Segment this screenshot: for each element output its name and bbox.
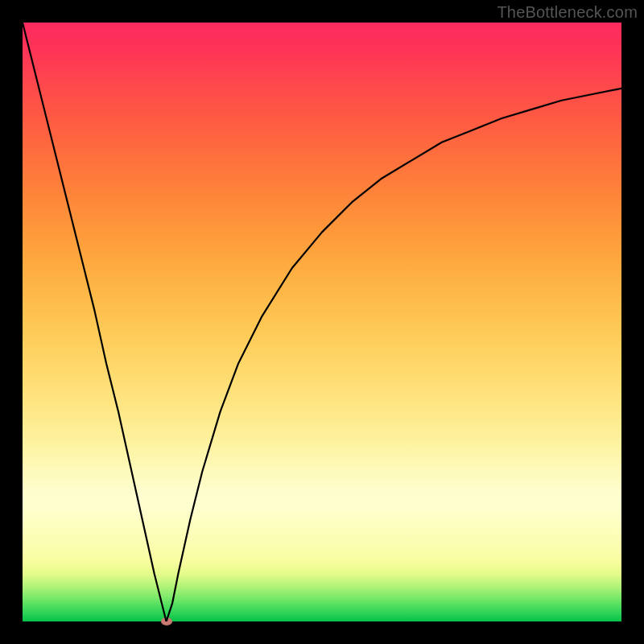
plot-area <box>23 23 621 621</box>
curve-line <box>23 23 621 621</box>
watermark-text: TheBottleneck.com <box>497 3 638 22</box>
chart-frame: TheBottleneck.com <box>0 0 644 644</box>
curve-svg <box>23 23 621 621</box>
